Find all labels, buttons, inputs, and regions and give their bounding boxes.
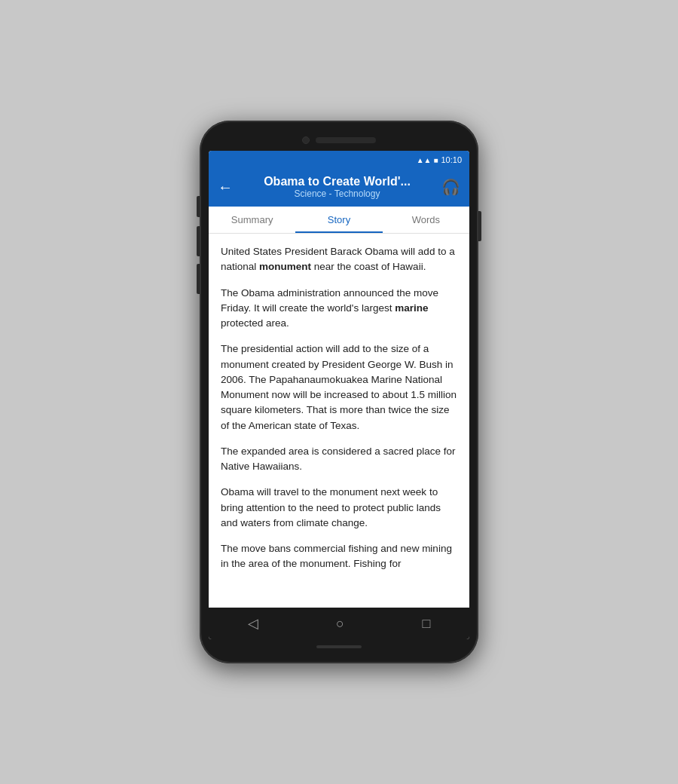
app-subtitle: Science - Technology <box>295 188 380 199</box>
wifi-icon: ▲▲ <box>417 156 432 164</box>
nav-recent-button[interactable]: □ <box>422 616 430 632</box>
paragraph-6: The move bans commercial fishing and new… <box>221 541 457 572</box>
phone-screen: ▲▲ ■ 10:10 ← Obama to Create World'... S… <box>209 151 469 639</box>
volume-up-button <box>197 226 200 256</box>
home-indicator-bar <box>316 645 362 648</box>
volume-down-button <box>197 264 200 294</box>
tab-words[interactable]: Words <box>383 207 469 233</box>
back-button[interactable]: ← <box>218 179 233 196</box>
nav-home-button[interactable]: ○ <box>336 616 344 632</box>
phone-bottom-bar <box>209 639 469 654</box>
p1-bold: monument <box>259 261 311 272</box>
status-bar: ▲▲ ■ 10:10 <box>209 151 469 169</box>
phone-top-bar <box>209 130 469 151</box>
battery-icon: ■ <box>433 156 438 164</box>
tab-summary[interactable]: Summary <box>209 207 295 233</box>
app-bar-titles: Obama to Create World'... Science - Tech… <box>239 175 435 199</box>
tabs-bar: Summary Story Words <box>209 207 469 234</box>
app-title: Obama to Create World'... <box>264 175 411 188</box>
nav-back-button[interactable]: ◁ <box>248 615 258 632</box>
status-time: 10:10 <box>441 155 462 164</box>
front-camera <box>302 136 310 144</box>
power-button <box>478 211 481 241</box>
paragraph-4: The expanded area is considered a sacred… <box>221 444 457 475</box>
app-bar: ← Obama to Create World'... Science - Te… <box>209 169 469 207</box>
status-icons: ▲▲ ■ <box>417 156 438 164</box>
p2-bold: marine <box>395 302 428 314</box>
earpiece-speaker <box>316 137 376 143</box>
story-content: United States President Barack Obama wil… <box>209 234 469 608</box>
p1-text-after: near the coast of Hawaii. <box>311 261 426 272</box>
tab-story[interactable]: Story <box>295 207 382 233</box>
navigation-bar: ◁ ○ □ <box>209 608 469 639</box>
phone-device: ▲▲ ■ 10:10 ← Obama to Create World'... S… <box>200 121 478 663</box>
paragraph-2: The Obama administration announced the m… <box>221 286 457 332</box>
p2-text-after: protected area. <box>221 317 289 329</box>
paragraph-5: Obama will travel to the monument next w… <box>221 485 457 531</box>
silent-button <box>197 196 200 217</box>
paragraph-1: United States President Barack Obama wil… <box>221 244 457 275</box>
headphones-button[interactable]: 🎧 <box>441 178 460 196</box>
paragraph-3: The presidential action will add to the … <box>221 341 457 433</box>
